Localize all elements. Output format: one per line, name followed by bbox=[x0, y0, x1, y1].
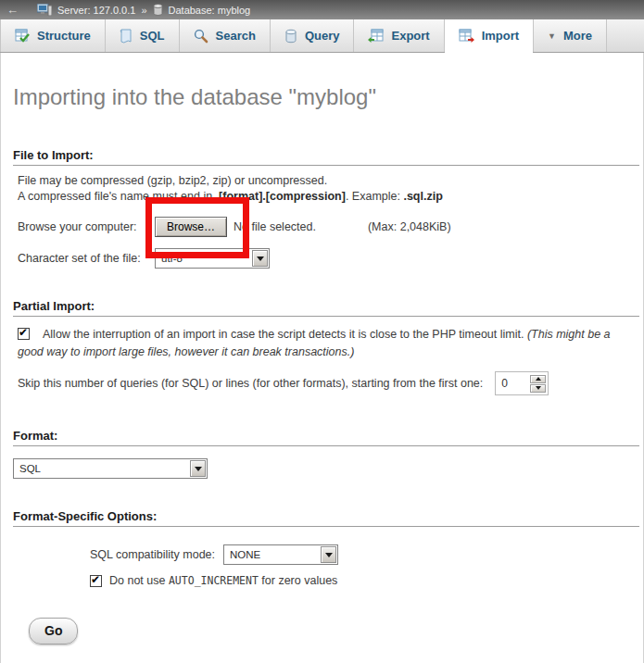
compression-note-line2-mid: . Example: bbox=[346, 190, 404, 203]
breadcrumb-separator: » bbox=[141, 5, 146, 16]
go-button[interactable]: Go bbox=[29, 618, 78, 644]
server-breadcrumb-bar: ← Server: 127.0.0.1 » Database: myblog bbox=[0, 0, 644, 19]
sql-icon bbox=[120, 29, 133, 44]
database-icon bbox=[153, 4, 163, 16]
tab-label: Export bbox=[391, 29, 429, 43]
no-file-selected-text: No file selected. bbox=[234, 220, 316, 233]
format-select[interactable]: SQL bbox=[13, 458, 208, 479]
browse-label: Browse your computer: bbox=[18, 220, 155, 233]
search-icon bbox=[194, 29, 208, 44]
format-select-row: SQL bbox=[13, 458, 643, 479]
auto-increment-checkbox[interactable]: ✔ bbox=[90, 575, 102, 587]
spinner-down-icon[interactable] bbox=[530, 384, 546, 393]
auto-increment-code: AUTO_INCREMENT bbox=[169, 574, 259, 587]
charset-label: Character set of the file: bbox=[18, 252, 155, 265]
main-content: Importing into the database "myblog" Fil… bbox=[0, 53, 644, 663]
database-label[interactable]: Database: myblog bbox=[169, 5, 251, 16]
charset-selected-value: utf-8 bbox=[161, 253, 183, 264]
allow-interrupt-text: Allow the interruption of an import in c… bbox=[43, 328, 527, 341]
dropdown-arrow-icon[interactable] bbox=[252, 250, 268, 267]
compression-format-hint: .[format].[compression] bbox=[216, 190, 346, 203]
section-heading-format: Format: bbox=[13, 429, 639, 446]
tab-export[interactable]: Export bbox=[354, 19, 444, 52]
tab-import[interactable]: Import bbox=[445, 19, 534, 52]
sql-compat-selected-value: NONE bbox=[230, 549, 260, 560]
sql-compat-select[interactable]: NONE bbox=[223, 544, 338, 565]
browse-file-row: Browse your computer: Browse… No file se… bbox=[13, 217, 643, 237]
format-selected-value: SQL bbox=[19, 463, 41, 474]
export-icon bbox=[368, 29, 384, 44]
tab-bar: Structure SQL Search Query Export bbox=[0, 19, 644, 53]
charset-row: Character set of the file: utf-8 bbox=[13, 248, 643, 269]
structure-icon bbox=[15, 29, 30, 44]
chevron-down-icon: ▼ bbox=[548, 31, 556, 41]
skip-queries-label: Skip this number of queries (for SQL) or… bbox=[18, 377, 483, 390]
tab-more[interactable]: ▼ More bbox=[534, 19, 607, 52]
section-heading-file-to-import: File to Import: bbox=[13, 148, 639, 166]
tab-label: SQL bbox=[140, 29, 165, 43]
check-icon: ✔ bbox=[91, 574, 100, 586]
dropdown-arrow-icon[interactable] bbox=[190, 460, 206, 477]
skip-queries-row: Skip this number of queries (for SQL) or… bbox=[13, 371, 643, 395]
max-upload-size: (Max: 2,048KiB) bbox=[368, 220, 451, 233]
page-title: Importing into the database "myblog" bbox=[13, 53, 643, 111]
compression-note-line2: A compressed file's name must end in bbox=[18, 190, 216, 203]
browse-button[interactable]: Browse… bbox=[155, 217, 227, 237]
skip-queries-input[interactable]: 0 bbox=[495, 371, 549, 395]
spinner-up-icon[interactable] bbox=[530, 375, 546, 383]
skip-queries-value: 0 bbox=[498, 377, 530, 390]
tab-label: Import bbox=[482, 29, 519, 43]
check-icon: ✔ bbox=[19, 327, 28, 339]
tab-label: Query bbox=[305, 29, 340, 43]
server-label[interactable]: Server: 127.0.0.1 bbox=[57, 5, 135, 16]
number-spinner bbox=[530, 375, 546, 393]
auto-increment-text: Do not use AUTO_INCREMENT for zero value… bbox=[109, 574, 337, 587]
charset-select[interactable]: utf-8 bbox=[155, 248, 270, 269]
sql-compat-row: SQL compatibility mode: NONE bbox=[13, 544, 643, 565]
allow-interrupt-option: ✔Allow the interruption of an import in … bbox=[13, 326, 643, 361]
tab-sql[interactable]: SQL bbox=[106, 19, 180, 52]
tab-query[interactable]: Query bbox=[271, 19, 355, 52]
sql-compat-label: SQL compatibility mode: bbox=[90, 548, 215, 561]
server-icon bbox=[37, 4, 52, 16]
tab-label: Search bbox=[216, 29, 256, 43]
section-heading-format-specific: Format-Specific Options: bbox=[13, 509, 639, 527]
compression-example: .sql.zip bbox=[403, 190, 442, 203]
query-icon bbox=[284, 29, 297, 44]
tab-label: Structure bbox=[37, 29, 91, 43]
tab-search[interactable]: Search bbox=[180, 19, 271, 52]
import-icon bbox=[459, 29, 474, 44]
compression-note: File may be compressed (gzip, bzip2, zip… bbox=[13, 173, 643, 205]
dropdown-arrow-icon[interactable] bbox=[321, 546, 336, 563]
section-heading-partial-import: Partial Import: bbox=[13, 299, 639, 317]
allow-interrupt-checkbox[interactable]: ✔ bbox=[18, 328, 30, 340]
auto-increment-row: ✔ Do not use AUTO_INCREMENT for zero val… bbox=[13, 574, 643, 587]
compression-note-line1: File may be compressed (gzip, bzip2, zip… bbox=[18, 174, 327, 187]
tab-label: More bbox=[563, 29, 592, 43]
tab-structure[interactable]: Structure bbox=[0, 19, 106, 52]
back-arrow-icon[interactable]: ← bbox=[6, 4, 19, 16]
